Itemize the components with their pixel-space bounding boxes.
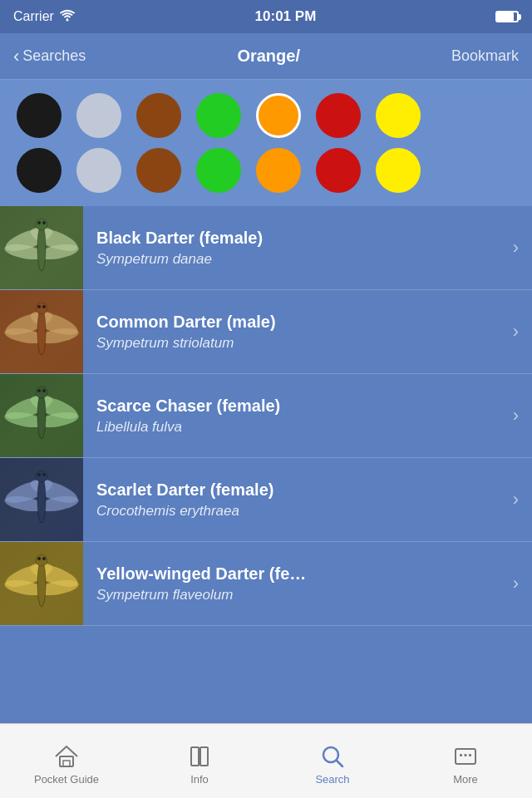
svg-point-43 bbox=[36, 554, 47, 566]
result-text-common-darter: Common Darter (male) Sympetrum striolatu… bbox=[83, 303, 513, 362]
result-name-scarce-chaser: Scarce Chaser (female) bbox=[96, 397, 500, 416]
result-latin-yellow-darter: Sympetrum flaveolum bbox=[96, 587, 500, 603]
svg-line-52 bbox=[337, 761, 342, 766]
result-chevron-black-darter: › bbox=[513, 237, 532, 259]
bookmark-button[interactable]: Bookmark bbox=[451, 47, 519, 65]
swatch-orange-2[interactable] bbox=[256, 148, 301, 193]
house-icon bbox=[53, 743, 80, 770]
result-text-scarlet-darter: Scarlet Darter (female) Crocothemis eryt… bbox=[83, 470, 513, 530]
svg-point-8 bbox=[37, 221, 41, 224]
swatch-black-1[interactable] bbox=[17, 93, 62, 138]
result-text-yellow-darter: Yellow-winged Darter (fe… Sympetrum flav… bbox=[83, 554, 513, 613]
svg-point-36 bbox=[42, 473, 46, 476]
swatch-black-2[interactable] bbox=[17, 148, 62, 193]
svg-point-45 bbox=[42, 557, 46, 560]
swatch-yellow-2[interactable] bbox=[376, 148, 421, 193]
swatch-green-1[interactable] bbox=[196, 93, 241, 138]
svg-rect-55 bbox=[465, 754, 467, 756]
swatch-brown-2[interactable] bbox=[136, 148, 181, 193]
result-chevron-scarlet-darter: › bbox=[513, 489, 532, 510]
svg-point-0 bbox=[66, 18, 68, 21]
svg-point-35 bbox=[37, 473, 41, 476]
tab-more[interactable]: More bbox=[399, 736, 532, 786]
tab-search[interactable]: Search bbox=[266, 736, 399, 786]
search-icon bbox=[319, 743, 346, 770]
wifi-icon bbox=[59, 9, 76, 25]
result-item-yellow-darter[interactable]: Yellow-winged Darter (fe… Sympetrum flav… bbox=[0, 542, 532, 626]
result-item-common-darter[interactable]: Common Darter (male) Sympetrum striolatu… bbox=[0, 290, 532, 374]
result-latin-black-darter: Sympetrum danae bbox=[96, 251, 500, 268]
result-chevron-scarce-chaser: › bbox=[513, 405, 532, 426]
swatch-yellow-1[interactable] bbox=[376, 93, 421, 138]
svg-point-17 bbox=[37, 305, 41, 308]
result-item-black-darter[interactable]: Black Darter (female) Sympetrum danae › bbox=[0, 206, 532, 290]
svg-point-7 bbox=[36, 219, 47, 230]
result-latin-scarce-chaser: Libellula fulva bbox=[96, 419, 500, 436]
result-name-common-darter: Common Darter (male) bbox=[96, 313, 500, 332]
swatches-row-1 bbox=[17, 93, 515, 138]
result-item-scarlet-darter[interactable]: Scarlet Darter (female) Crocothemis eryt… bbox=[0, 458, 532, 542]
svg-rect-47 bbox=[63, 761, 70, 766]
result-thumb-scarce-chaser bbox=[0, 374, 83, 457]
svg-point-6 bbox=[37, 224, 46, 271]
result-thumb-scarlet-darter bbox=[0, 458, 83, 541]
svg-rect-49 bbox=[200, 747, 208, 766]
svg-point-42 bbox=[37, 560, 46, 607]
result-thumb-yellow-darter bbox=[0, 542, 83, 625]
swatch-brown-1[interactable] bbox=[136, 93, 181, 138]
result-name-black-darter: Black Darter (female) bbox=[96, 229, 500, 248]
more-icon bbox=[452, 743, 479, 770]
swatch-gray-1[interactable] bbox=[76, 93, 121, 138]
result-chevron-common-darter: › bbox=[513, 321, 532, 342]
result-name-yellow-darter: Yellow-winged Darter (fe… bbox=[96, 564, 500, 584]
nav-title: Orange/ bbox=[237, 47, 300, 66]
back-chevron-icon: ‹ bbox=[13, 46, 19, 67]
swatch-green-2[interactable] bbox=[196, 148, 241, 193]
svg-point-44 bbox=[37, 557, 41, 560]
svg-point-27 bbox=[42, 389, 46, 392]
svg-rect-56 bbox=[469, 754, 471, 756]
svg-point-16 bbox=[36, 303, 47, 314]
swatch-orange-1[interactable] bbox=[256, 93, 301, 138]
results-list: Black Darter (female) Sympetrum danae › bbox=[0, 206, 532, 626]
result-text-black-darter: Black Darter (female) Sympetrum danae bbox=[83, 219, 513, 278]
svg-point-24 bbox=[37, 392, 46, 439]
back-button[interactable]: ‹ Searches bbox=[13, 46, 86, 67]
back-label: Searches bbox=[22, 47, 86, 65]
svg-rect-54 bbox=[460, 754, 462, 756]
status-left: Carrier bbox=[13, 9, 76, 25]
status-right bbox=[495, 11, 519, 22]
svg-rect-46 bbox=[60, 756, 73, 766]
svg-rect-48 bbox=[191, 747, 199, 766]
swatches-section bbox=[0, 80, 532, 206]
tab-search-label: Search bbox=[315, 773, 349, 786]
swatches-row-2 bbox=[17, 148, 515, 193]
tab-info-label: Info bbox=[190, 773, 209, 786]
result-text-scarce-chaser: Scarce Chaser (female) Libellula fulva bbox=[83, 387, 513, 446]
svg-point-25 bbox=[36, 387, 47, 398]
status-bar: Carrier 10:01 PM bbox=[0, 0, 532, 33]
swatch-gray-2[interactable] bbox=[76, 148, 121, 193]
tab-pocket-guide[interactable]: Pocket Guide bbox=[0, 736, 133, 786]
svg-point-15 bbox=[37, 308, 46, 355]
svg-point-34 bbox=[36, 470, 47, 482]
swatch-red-1[interactable] bbox=[316, 93, 361, 138]
svg-point-26 bbox=[37, 389, 41, 392]
result-name-scarlet-darter: Scarlet Darter (female) bbox=[96, 480, 500, 500]
carrier-label: Carrier bbox=[13, 9, 54, 24]
result-thumb-common-darter bbox=[0, 290, 83, 373]
svg-point-18 bbox=[42, 305, 46, 308]
result-item-scarce-chaser[interactable]: Scarce Chaser (female) Libellula fulva › bbox=[0, 374, 532, 458]
nav-bar: ‹ Searches Orange/ Bookmark bbox=[0, 33, 532, 80]
tab-bar: Pocket Guide Info Search bbox=[0, 723, 532, 798]
svg-point-33 bbox=[37, 476, 46, 523]
result-latin-common-darter: Sympetrum striolatum bbox=[96, 335, 500, 352]
svg-point-9 bbox=[42, 221, 46, 224]
status-time: 10:01 PM bbox=[255, 8, 317, 25]
swatch-red-2[interactable] bbox=[316, 148, 361, 193]
battery-icon bbox=[495, 11, 519, 22]
result-latin-scarlet-darter: Crocothemis erythraea bbox=[96, 503, 500, 520]
result-chevron-yellow-darter: › bbox=[513, 573, 532, 594]
tab-info[interactable]: Info bbox=[133, 736, 266, 786]
book-icon bbox=[186, 743, 213, 770]
